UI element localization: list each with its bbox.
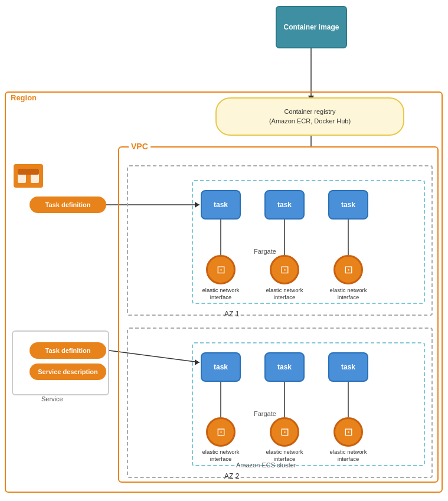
eni-label-az1-3: elastic networkinterface (328, 287, 368, 302)
eni-icon-az2-3: ⊡ (344, 425, 353, 438)
container-image-label: Container image (283, 23, 339, 31)
eni-az2-3: ⊡ (333, 417, 363, 447)
eni-label-az1-2: elastic networkinterface (264, 287, 305, 302)
vpc-label: VPC (129, 142, 151, 151)
task-az1-2: task (264, 190, 305, 220)
eni-az1-3: ⊡ (333, 255, 363, 284)
service-label: Service (41, 395, 63, 402)
task-az1-3: task (328, 190, 368, 220)
svg-rect-17 (18, 169, 39, 175)
eni-az1-2: ⊡ (270, 255, 299, 284)
eni-icon-az2-2: ⊡ (280, 425, 289, 438)
az2-label: AZ 2 (224, 472, 239, 480)
az1-label: AZ 1 (224, 310, 239, 318)
service-description-pill: Service description (30, 364, 106, 380)
task-az2-2: task (264, 352, 305, 382)
eni-label-az2-2: elastic networkinterface (264, 448, 305, 463)
container-registry-box: Container registry(Amazon ECR, Docker Hu… (215, 97, 404, 136)
eni-az1-1: ⊡ (206, 255, 236, 284)
eni-icon-az1-1: ⊡ (217, 263, 225, 276)
container-image-box: Container image (276, 6, 347, 48)
eni-label-az2-3: elastic networkinterface (328, 448, 368, 463)
eni-icon-az2-1: ⊡ (217, 425, 225, 438)
eni-label-az2-1: elastic networkinterface (201, 448, 241, 463)
service-box (12, 330, 109, 395)
eni-az2-1: ⊡ (206, 417, 236, 447)
task-az2-3: task (328, 352, 368, 382)
task-az2-1: task (201, 352, 241, 382)
fargate2-label: Fargate (254, 410, 276, 417)
ecs-cluster-label: Amazon ECS cluster (236, 461, 296, 469)
fargate1-label: Fargate (254, 248, 276, 255)
eni-icon-az1-3: ⊡ (344, 263, 353, 276)
ecs-icon (11, 158, 46, 194)
diagram-container: Region Container image Container registr… (0, 0, 448, 501)
eni-az2-2: ⊡ (270, 417, 299, 447)
eni-label-az1-1: elastic networkinterface (201, 287, 241, 302)
task-az1-1: task (201, 190, 241, 220)
task-definition-pill-1: Task definition (30, 197, 106, 213)
eni-icon-az1-2: ⊡ (280, 263, 289, 276)
task-definition-pill-2: Task definition (30, 342, 106, 359)
container-registry-label: Container registry(Amazon ECR, Docker Hu… (269, 107, 351, 126)
region-label: Region (11, 93, 37, 102)
